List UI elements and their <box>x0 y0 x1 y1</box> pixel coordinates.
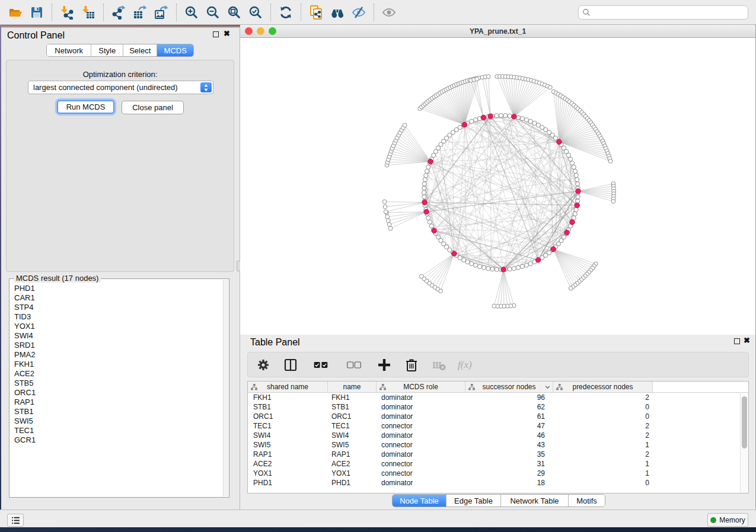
tab-motifs[interactable]: Motifs <box>569 495 605 507</box>
mcds-result-item[interactable]: STP4 <box>14 303 222 312</box>
column-header-predecessor-nodes[interactable]: predecessor nodes <box>553 382 653 392</box>
table-cell[interactable]: TEC1 <box>328 421 377 431</box>
criterion-select[interactable]: largest connected component (undirected) <box>28 81 213 94</box>
table-cell[interactable]: ACE2 <box>328 459 377 469</box>
table-row[interactable]: SWI5SWI5connector431 <box>248 440 748 450</box>
refresh-view-icon[interactable] <box>275 2 296 23</box>
close-window-icon[interactable] <box>245 27 253 35</box>
table-row[interactable]: ORC1ORC1dominator610 <box>248 412 748 421</box>
save-session-icon[interactable] <box>26 2 47 23</box>
table-cell[interactable]: ACE2 <box>248 459 328 469</box>
export-table-icon[interactable] <box>129 2 151 23</box>
float-table-panel-icon[interactable] <box>734 338 740 344</box>
table-cell[interactable]: 2 <box>553 421 653 431</box>
table-cell[interactable]: SWI4 <box>328 431 377 440</box>
search-input[interactable] <box>591 7 748 18</box>
table-cell[interactable]: 0 <box>553 478 653 488</box>
table-cell[interactable]: 61 <box>465 412 553 421</box>
table-cell[interactable]: 1 <box>553 469 653 478</box>
mcds-result-item[interactable]: SWI4 <box>14 331 222 341</box>
table-cell[interactable]: 0 <box>553 402 653 412</box>
column-header-successor-nodes[interactable]: successor nodes <box>465 382 553 392</box>
mcds-result-item[interactable]: SWI5 <box>14 416 222 426</box>
table-cell[interactable]: 46 <box>465 431 553 440</box>
tab-edge-table[interactable]: Edge Table <box>446 495 501 507</box>
table-cell[interactable]: connector <box>377 421 465 431</box>
table-row[interactable]: STB1STB1dominator620 <box>248 402 748 412</box>
table-cell[interactable]: PHD1 <box>328 478 377 488</box>
mcds-result-item[interactable]: CAR1 <box>14 293 222 303</box>
network-canvas[interactable] <box>240 38 755 335</box>
table-cell[interactable]: RAP1 <box>328 450 377 459</box>
table-cell[interactable]: dominator <box>377 412 465 421</box>
tab-node-table[interactable]: Node Table <box>393 495 446 507</box>
tab-mcds[interactable]: MCDS <box>157 44 193 56</box>
table-row[interactable]: PHD1PHD1dominator180 <box>248 478 748 488</box>
table-cell[interactable]: 2 <box>553 431 653 440</box>
table-cell[interactable]: 2 <box>553 393 653 402</box>
table-cell[interactable]: dominator <box>377 478 465 488</box>
table-cell[interactable]: FKH1 <box>328 393 377 402</box>
table-cell[interactable]: SWI4 <box>248 431 328 440</box>
task-history-button[interactable] <box>7 514 24 527</box>
table-cell[interactable]: STB1 <box>248 402 328 412</box>
zoom-in-icon[interactable] <box>181 2 202 23</box>
first-neighbors-icon[interactable] <box>327 2 348 23</box>
mcds-result-item[interactable]: TEC1 <box>14 426 222 435</box>
table-cell[interactable]: 43 <box>465 440 553 450</box>
mcds-result-item[interactable]: FKH1 <box>14 360 222 369</box>
table-cell[interactable]: 35 <box>465 450 553 459</box>
table-cell[interactable]: 96 <box>465 393 553 402</box>
tab-network[interactable]: Network <box>47 44 91 56</box>
column-header-shared-name[interactable]: shared name <box>248 382 328 392</box>
mcds-result-item[interactable]: ACE2 <box>14 369 222 379</box>
mcds-result-list[interactable]: PHD1CAR1STP4TID3YOX1SWI4SRD1PMA2FKH1ACE2… <box>10 281 222 496</box>
mcds-list-scrollbar[interactable] <box>223 280 228 496</box>
import-table-icon[interactable] <box>78 2 99 23</box>
mcds-result-item[interactable]: PHD1 <box>14 284 222 293</box>
table-cell[interactable]: dominator <box>377 450 465 459</box>
open-file-icon[interactable] <box>5 2 26 23</box>
mcds-result-item[interactable]: PMA2 <box>14 350 222 360</box>
table-row[interactable]: FKH1FKH1dominator962 <box>248 393 748 402</box>
column-visibility-icon[interactable] <box>282 355 299 375</box>
table-cell[interactable]: connector <box>377 440 465 450</box>
deselect-all-rows-icon[interactable] <box>343 355 365 375</box>
tab-network-table[interactable]: Network Table <box>501 495 569 507</box>
mcds-result-item[interactable]: RAP1 <box>14 398 222 407</box>
table-row[interactable]: SWI4SWI4dominator462 <box>248 431 748 440</box>
maximize-window-icon[interactable] <box>269 27 276 35</box>
table-row[interactable]: YOX1YOX1connector291 <box>248 469 748 478</box>
table-settings-icon[interactable] <box>255 355 272 375</box>
table-cell[interactable]: ORC1 <box>328 412 377 421</box>
table-cell[interactable]: dominator <box>377 402 465 412</box>
mcds-result-item[interactable]: STB1 <box>14 407 222 416</box>
search-box[interactable] <box>578 5 748 20</box>
mcds-result-item[interactable]: YOX1 <box>14 322 222 331</box>
export-network-icon[interactable] <box>108 2 129 23</box>
float-panel-icon[interactable] <box>213 31 219 37</box>
import-network-icon[interactable] <box>56 2 78 23</box>
table-cell[interactable]: FKH1 <box>248 393 328 402</box>
zoom-out-icon[interactable] <box>202 2 224 23</box>
mcds-result-item[interactable]: GCR1 <box>14 435 222 445</box>
table-cell[interactable]: ORC1 <box>248 412 328 421</box>
clone-network-icon[interactable] <box>305 2 327 23</box>
table-cell[interactable]: connector <box>377 459 465 469</box>
table-cell[interactable]: 29 <box>465 469 553 478</box>
table-cell[interactable]: 2 <box>553 450 653 459</box>
hide-selected-icon[interactable] <box>348 2 369 23</box>
close-panel-icon[interactable]: ✖ <box>224 29 230 38</box>
table-cell[interactable]: 18 <box>465 478 553 488</box>
table-cell[interactable]: RAP1 <box>248 450 328 459</box>
network-window-titlebar[interactable]: YPA_prune.txt_1 <box>240 25 755 38</box>
show-all-icon[interactable] <box>378 2 400 23</box>
table-cell[interactable]: connector <box>377 469 465 478</box>
table-cell[interactable]: 0 <box>553 412 653 421</box>
minimize-window-icon[interactable] <box>257 27 264 35</box>
table-scrollbar-thumb[interactable] <box>742 396 747 448</box>
table-cell[interactable]: 62 <box>465 402 553 412</box>
tab-style[interactable]: Style <box>91 44 123 56</box>
table-cell[interactable]: SWI5 <box>248 440 328 450</box>
table-cell[interactable]: STB1 <box>328 402 377 412</box>
